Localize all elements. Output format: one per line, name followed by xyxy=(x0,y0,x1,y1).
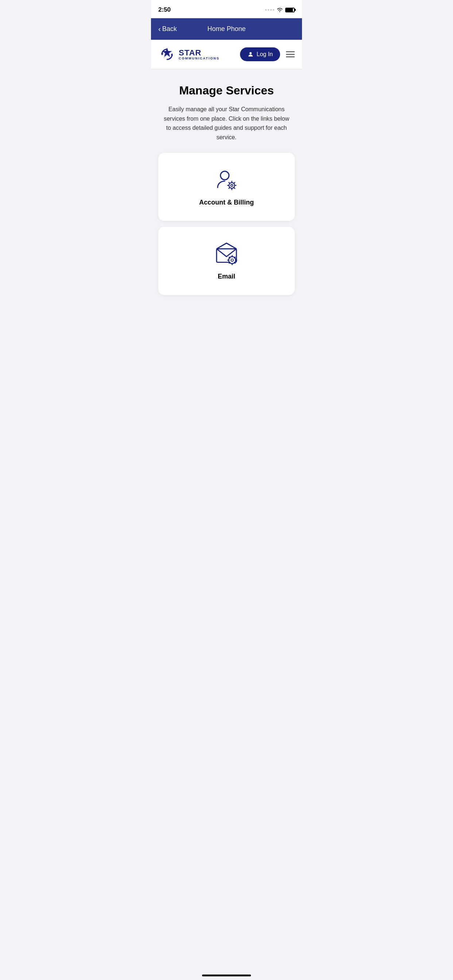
nav-title: Home Phone xyxy=(207,25,246,33)
account-billing-icon xyxy=(214,167,239,193)
hamburger-line-3 xyxy=(286,57,295,57)
status-bar: 2:50 xyxy=(151,0,302,18)
page-title: Manage Services xyxy=(158,84,295,97)
hamburger-line-2 xyxy=(286,54,295,55)
login-label: Log In xyxy=(257,51,273,57)
back-button[interactable]: ‹ Back xyxy=(158,25,177,33)
email-card[interactable]: Email xyxy=(158,227,295,295)
back-label: Back xyxy=(162,25,177,33)
svg-line-10 xyxy=(229,183,230,184)
header-right: Log In xyxy=(240,48,295,61)
svg-line-13 xyxy=(234,183,235,184)
header: STAR COMMUNICATIONS Log In xyxy=(151,40,302,69)
signal-dots-icon xyxy=(265,9,274,11)
email-icon xyxy=(214,241,239,267)
logo-star-text: STAR xyxy=(179,49,220,57)
logo-icon xyxy=(158,46,176,63)
svg-line-12 xyxy=(229,188,230,189)
hamburger-line-1 xyxy=(286,51,295,52)
logo-text: STAR COMMUNICATIONS xyxy=(179,49,220,60)
battery-icon xyxy=(285,8,295,13)
logo-comm-text: COMMUNICATIONS xyxy=(179,57,220,60)
logo: STAR COMMUNICATIONS xyxy=(158,46,220,63)
svg-point-3 xyxy=(220,171,229,180)
status-time: 2:50 xyxy=(158,6,171,13)
chevron-left-icon: ‹ xyxy=(158,25,161,33)
svg-point-5 xyxy=(231,185,233,187)
svg-point-2 xyxy=(249,52,252,54)
nav-bar: ‹ Back Home Phone xyxy=(151,18,302,40)
login-button[interactable]: Log In xyxy=(240,48,280,61)
person-icon xyxy=(247,51,254,57)
status-icons xyxy=(265,7,295,13)
wifi-icon xyxy=(276,7,283,13)
email-label: Email xyxy=(218,273,235,280)
main-content: Manage Services Easily manage all your S… xyxy=(151,69,302,312)
svg-line-11 xyxy=(234,188,235,189)
page-description: Easily manage all your Star Communicatio… xyxy=(158,105,295,142)
account-billing-card[interactable]: Account & Billing xyxy=(158,153,295,221)
account-billing-label: Account & Billing xyxy=(199,199,254,206)
hamburger-menu[interactable] xyxy=(286,51,295,57)
